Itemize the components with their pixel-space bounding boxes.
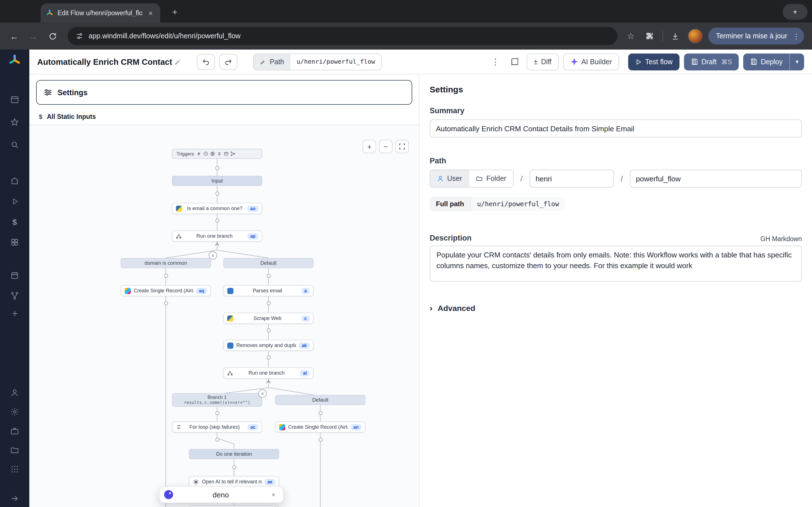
remove-branch-button[interactable]: ×	[209, 251, 217, 260]
url-text: app.windmill.dev/flows/edit/u/henri/powe…	[89, 32, 241, 40]
flow-node-scrape-web[interactable]: Scrape Web c	[223, 313, 313, 324]
edge-anchor	[266, 355, 270, 359]
play-icon[interactable]	[0, 197, 29, 206]
path-chip[interactable]: Path	[254, 54, 290, 69]
star-icon[interactable]	[0, 118, 29, 127]
test-flow-button[interactable]: Test flow	[628, 53, 679, 70]
folder-icon[interactable]	[0, 446, 29, 455]
expand-icon	[399, 143, 405, 150]
node-label: Open AI to tell if relevant result	[202, 479, 262, 485]
windmill-favicon	[46, 9, 54, 17]
deploy-label: Deploy	[761, 58, 783, 66]
plus-icon[interactable]	[0, 309, 29, 318]
flow-node-partial[interactable]	[189, 505, 279, 507]
settings-list-item[interactable]: Settings	[36, 80, 412, 105]
back-button[interactable]: ←	[6, 27, 22, 45]
browser-tab[interactable]: Edit Flow u/henri/powerful_flo ×	[41, 3, 160, 22]
branch-label-branch-1[interactable]: Branch 1 results.c.some((x)=>x!="")	[172, 393, 262, 407]
pencil-icon	[260, 59, 266, 65]
edge-anchor	[232, 465, 236, 469]
triggers-node[interactable]: Triggers	[172, 149, 262, 159]
redo-button[interactable]	[220, 54, 238, 69]
browser-menu-kebab-icon[interactable]: ⋮	[792, 32, 801, 40]
flow-graph-canvas[interactable]: + − Triggers	[29, 125, 419, 507]
zoom-out-button[interactable]: −	[379, 140, 393, 153]
path-value[interactable]: u/henri/powerful_flow	[290, 54, 381, 69]
download-icon[interactable]	[668, 32, 682, 40]
owner-kind-folder[interactable]: Folder	[469, 170, 513, 187]
zoom-in-button[interactable]: +	[363, 140, 376, 153]
more-options-kebab-icon[interactable]: ⋮	[488, 54, 503, 69]
home-icon[interactable]	[0, 176, 29, 185]
webhook-icon	[197, 152, 201, 156]
briefcase-icon[interactable]	[0, 427, 29, 436]
flow-node-run-one-branch-top[interactable]: Run one branch ap	[172, 230, 262, 242]
node-id-badge: ao	[247, 205, 258, 212]
path-owner-input[interactable]	[529, 170, 614, 187]
reload-button[interactable]	[44, 27, 61, 45]
site-info-icon[interactable]	[75, 32, 84, 40]
diff-button[interactable]: ± Diff	[526, 53, 559, 70]
flow-node-email-check[interactable]: Is email a common one? ao	[172, 203, 262, 214]
browser-update-button[interactable]: Terminer la mise à jour ⋮	[708, 27, 804, 45]
path-editor-group[interactable]: Path u/henri/powerful_flow	[253, 53, 382, 70]
websocket-icon	[217, 152, 221, 156]
branch-label-default-bottom[interactable]: Default	[275, 395, 365, 405]
forward-button[interactable]: →	[25, 27, 42, 45]
edge-anchor	[215, 218, 219, 222]
flow-node-create-record-left[interactable]: Create Single Record (Airtable) aq	[121, 285, 211, 296]
flow-left-panel: Settings $ All Static Inputs	[29, 74, 419, 507]
undo-button[interactable]	[197, 54, 215, 69]
tab-search-button[interactable]: ▾	[783, 4, 808, 20]
windmill-logo[interactable]	[0, 54, 29, 66]
flow-node-create-record-right[interactable]: Create Single Record (Airtable) an	[275, 421, 365, 433]
node-id-badge: ac	[248, 424, 258, 430]
advanced-toggle[interactable]: › Advanced	[430, 303, 802, 313]
remove-branch-button[interactable]: ×	[258, 389, 267, 398]
full-path-badge: Full path u/henri/powerful_flow	[430, 196, 565, 211]
description-label: Description	[430, 234, 472, 242]
docs-book-icon[interactable]	[507, 54, 522, 69]
do-one-iteration-node[interactable]: Do one iteration	[189, 449, 279, 459]
flow-title[interactable]: Automatically Enrich CRM Contact	[37, 57, 181, 66]
fit-view-button[interactable]	[395, 140, 409, 153]
flow-node-openai-check[interactable]: Open AI to tell if relevant result ae	[189, 476, 279, 487]
edge-anchor	[266, 274, 270, 277]
dots-grid-icon[interactable]	[0, 465, 29, 474]
bookmark-star-icon[interactable]: ☆	[624, 31, 638, 41]
app-window-icon[interactable]	[0, 95, 29, 104]
search-icon[interactable]	[0, 140, 29, 149]
summary-input[interactable]	[430, 119, 802, 137]
flow-node-parses-email[interactable]: Parses email a	[223, 285, 313, 296]
grid-boxes-icon[interactable]	[0, 238, 29, 247]
arrow-right-icon[interactable]	[0, 494, 29, 503]
share-nodes-icon[interactable]	[0, 291, 29, 300]
flow-node-run-one-branch-bottom[interactable]: Run one branch al	[223, 367, 313, 379]
tab-close-icon[interactable]: ×	[146, 8, 155, 17]
new-tab-button[interactable]: +	[168, 6, 182, 19]
popup-close-button[interactable]: ×	[268, 490, 278, 500]
user-icon[interactable]	[0, 388, 29, 397]
settings-panel: Settings Summary Path User Folde	[419, 74, 812, 507]
branch-label-default-top[interactable]: Default	[223, 258, 313, 268]
static-inputs-list-item[interactable]: $ All Static Inputs	[29, 108, 419, 125]
path-name-input[interactable]	[629, 170, 802, 187]
description-textarea[interactable]: Populate your CRM contacts' details from…	[430, 245, 802, 282]
owner-kind-user[interactable]: User	[430, 170, 469, 187]
calendar-icon[interactable]	[0, 271, 29, 280]
flow-node-for-loop[interactable]: For loop (skip failures) ac	[172, 421, 262, 433]
deploy-dropdown-caret[interactable]: ▾	[790, 53, 804, 70]
flow-node-removes-duplicates[interactable]: Removes empty and duplicates ak	[223, 340, 313, 351]
gear-icon[interactable]	[0, 407, 29, 416]
input-node[interactable]: Input	[172, 176, 262, 186]
profile-avatar[interactable]	[688, 29, 702, 43]
dollar-icon[interactable]: $	[0, 217, 29, 226]
extensions-icon[interactable]	[643, 32, 657, 40]
draft-button[interactable]: Draft ⌘S	[684, 53, 739, 70]
deploy-button[interactable]: Deploy	[743, 53, 790, 70]
ai-builder-button[interactable]: AI Builder	[563, 53, 619, 70]
address-bar[interactable]: app.windmill.dev/flows/edit/u/henri/powe…	[68, 27, 617, 45]
advanced-label: Advanced	[438, 303, 475, 313]
branch-label-domain-is-common[interactable]: domain is common	[121, 258, 211, 268]
branch-fork-icon	[266, 379, 271, 385]
